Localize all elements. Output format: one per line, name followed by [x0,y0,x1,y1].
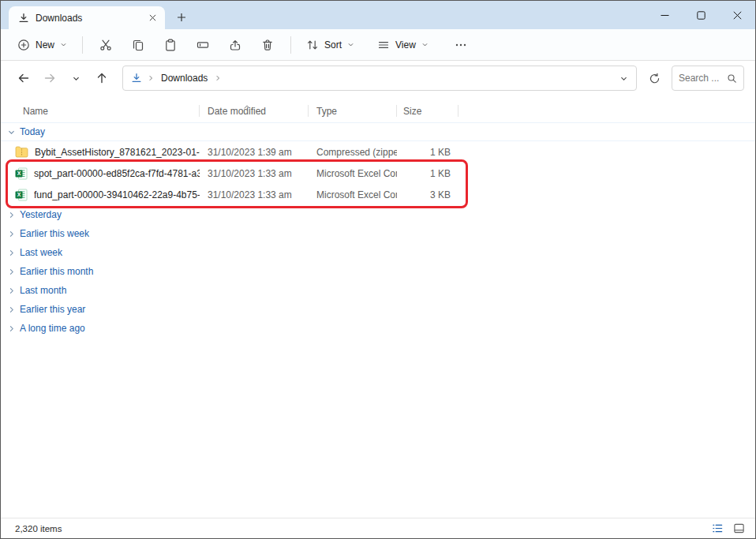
view-icon [377,39,390,51]
cut-icon [99,39,112,51]
address-box[interactable]: Downloads [122,66,637,91]
new-button[interactable]: New [10,32,74,58]
ellipsis-icon [455,39,467,51]
tab-close-icon[interactable] [144,10,160,26]
minimize-button[interactable] [646,1,683,29]
file-area: NameDate modifiedTypeSize TodayBybit_Ass… [1,95,755,518]
group-label: Earlier this year [20,304,85,315]
file-date-modified: 31/10/2023 1:39 am [200,147,309,158]
toolbar-divider [290,36,291,54]
thumbnail-view-toggle[interactable] [730,521,747,537]
window-controls [646,1,755,29]
view-button-label: View [395,39,416,51]
chevron-right-icon [7,211,15,219]
file-list: TodayBybit_AssetHistory_8781621_2023-01-… [1,122,755,338]
copy-button[interactable] [123,32,153,58]
thumbnail-view-icon [733,522,745,534]
group-label: Last week [20,247,62,258]
file-type: Microsoft Excel Com... [309,168,397,179]
titlebar: Downloads [1,1,755,29]
refresh-button[interactable] [642,66,666,90]
file-row[interactable]: Bybit_AssetHistory_8781621_2023-01-01_20… [1,141,755,163]
chevron-down-icon [7,129,15,136]
chevron-down-icon [60,41,67,48]
group-header-today[interactable]: Today [1,122,755,141]
back-button[interactable] [12,66,36,90]
up-button[interactable] [90,66,114,90]
group-label: A long time ago [20,323,85,334]
address-bar: Downloads [1,61,755,95]
search-box[interactable] [672,66,744,91]
excel-icon: X [15,167,28,180]
group-label: Yesterday [20,209,62,220]
search-input[interactable] [679,73,724,84]
file-row[interactable]: Xspot_part-00000-ed85f2ca-f7fd-4781-a3e6… [1,163,755,184]
chevron-right-icon [7,249,15,256]
tab-title: Downloads [36,13,138,24]
column-header-date-modified[interactable]: Date modified [200,100,309,121]
paste-button[interactable] [155,32,185,58]
column-header-label: Size [403,106,421,117]
file-explorer-window: Downloads New [0,0,756,539]
items-count: 2,320 items [15,524,62,533]
sort-button[interactable]: Sort [299,32,361,58]
share-button[interactable] [220,32,250,58]
view-toggles [709,521,747,537]
column-headers: NameDate modifiedTypeSize [1,100,755,121]
file-size: 1 KB [397,168,458,179]
column-header-size[interactable]: Size [397,100,458,121]
close-button[interactable] [719,1,755,29]
group-label: Today [20,126,45,137]
trash-icon [261,39,274,51]
paste-icon [164,39,177,51]
file-date-modified: 31/10/2023 1:33 am [200,168,309,179]
search-icon [727,73,737,84]
breadcrumb-chevron-icon[interactable] [148,75,154,81]
group-label: Earlier this month [20,266,93,277]
rename-icon [196,39,209,51]
group-header-earlier-this-year[interactable]: Earlier this year [1,300,755,319]
chevron-right-icon [7,268,15,275]
excel-icon: X [15,189,28,201]
sort-ascending-icon [243,101,251,112]
column-header-label: Name [23,106,48,117]
group-label: Earlier this week [20,228,89,239]
breadcrumb-downloads[interactable]: Downloads [159,71,209,85]
view-button[interactable]: View [370,32,436,58]
group-header-earlier-this-week[interactable]: Earlier this week [1,224,755,243]
new-button-label: New [36,39,54,51]
cut-button[interactable] [91,32,121,58]
downloads-icon [18,13,29,24]
rename-button[interactable] [188,32,218,58]
maximize-button[interactable] [683,1,719,29]
status-bar: 2,320 items [1,518,755,538]
group-header-a-long-time-ago[interactable]: A long time ago [1,319,755,338]
file-date-modified: 31/10/2023 1:33 am [200,189,309,200]
file-type: Compressed (zipped)... [309,147,397,158]
tab-downloads[interactable]: Downloads [9,6,165,29]
forward-button[interactable] [38,66,62,90]
toolbar-divider [82,36,83,54]
recent-locations-chevron-icon[interactable] [64,66,88,90]
group-header-yesterday[interactable]: Yesterday [1,205,755,224]
group-header-last-week[interactable]: Last week [1,243,755,262]
file-name: Bybit_AssetHistory_8781621_2023-01-01_20… [35,147,200,158]
new-tab-button[interactable] [171,8,192,27]
share-icon [229,39,241,51]
column-header-type[interactable]: Type [309,100,397,121]
new-plus-icon [17,39,30,51]
group-header-last-month[interactable]: Last month [1,281,755,300]
column-header-name[interactable]: Name [1,100,200,121]
details-view-toggle[interactable] [709,521,726,537]
address-dropdown-chevron-icon[interactable] [619,74,628,83]
group-header-earlier-this-month[interactable]: Earlier this month [1,262,755,281]
column-header-label: Date modified [208,106,266,117]
breadcrumb-chevron-icon[interactable] [215,75,221,81]
file-name: spot_part-00000-ed85f2ca-f7fd-4781-a3e6-… [34,168,200,179]
delete-button[interactable] [253,32,283,58]
toolbar: New Sort View [1,29,755,61]
group-label: Last month [20,285,66,296]
chevron-down-icon [421,41,429,48]
file-row[interactable]: Xfund_part-00000-39410462-22a9-4b75-afb1… [1,184,755,205]
more-options-button[interactable] [446,32,476,58]
